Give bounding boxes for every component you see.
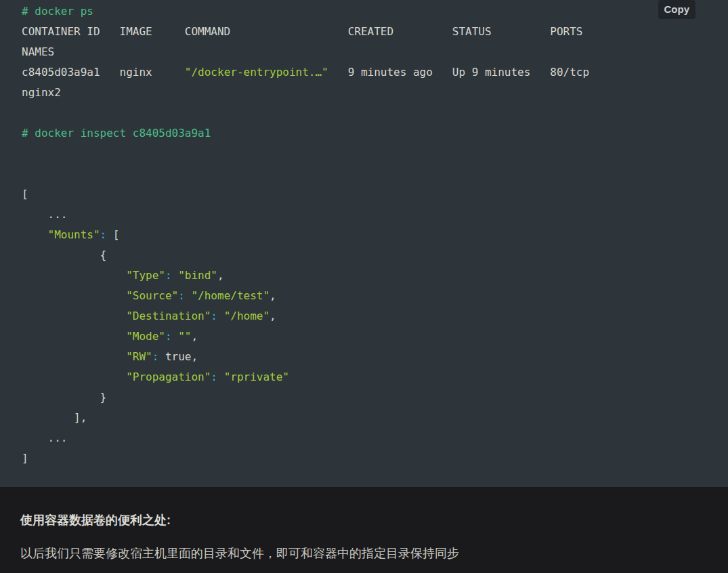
- code-line: # docker inspect c8405d03a9a1: [22, 127, 211, 140]
- code-token: {: [22, 249, 106, 261]
- code-token: ,: [270, 289, 276, 302]
- note-section: 使用容器数据卷的便利之处: 以后我们只需要修改宿主机里面的目录和文件，即可和容器…: [0, 487, 728, 573]
- code-token: :: [211, 370, 217, 383]
- code-token: "Mode": [126, 330, 165, 343]
- code-line: ],: [22, 411, 87, 424]
- code-token: :: [165, 269, 172, 282]
- code-token: :: [178, 289, 185, 302]
- code-token: # docker ps: [22, 5, 93, 18]
- code-token: "rprivate": [224, 370, 289, 383]
- code-line: "Mode": "",: [22, 330, 198, 343]
- code-line: NAMES: [22, 45, 54, 58]
- code-token: # docker inspect c8405d03a9a1: [22, 127, 211, 140]
- note-paragraph: 以后我们只需要修改宿主机里面的目录和文件，即可和容器中的指定目录保持同步: [20, 545, 708, 562]
- code-line: "Mounts": [: [22, 228, 120, 241]
- note-heading: 使用容器数据卷的便利之处:: [20, 511, 708, 529]
- code-line: "RW": true,: [22, 350, 198, 363]
- code-token: CONTAINER ID IMAGE COMMAND CREATED STATU…: [22, 25, 582, 38]
- code-token: nginx2: [22, 86, 61, 99]
- code-token: [22, 289, 126, 302]
- code-token: ],: [22, 411, 87, 424]
- code-line: "Destination": "/home",: [22, 310, 276, 322]
- code-token: "/docker-entrypoint.…": [185, 66, 328, 79]
- code-token: [217, 310, 224, 322]
- code-line: "Source": "/home/test",: [22, 289, 276, 302]
- code-token: "Mounts": [48, 228, 100, 241]
- code-line: }: [22, 391, 106, 404]
- code-token: [: [22, 188, 28, 200]
- code-token: true,: [158, 350, 198, 363]
- code-token: ]: [22, 452, 28, 465]
- code-token: c8405d03a9a1 nginx: [22, 66, 185, 79]
- code-line: "Type": "bind",: [22, 269, 224, 282]
- code-token: :: [165, 330, 172, 343]
- code-token: [172, 330, 179, 343]
- code-token: "": [178, 330, 191, 343]
- code-token: "bind": [178, 269, 217, 282]
- code-token: "/home": [224, 310, 270, 322]
- code-line: nginx2: [22, 86, 61, 99]
- code-token: "/home/test": [191, 289, 270, 302]
- code-line: ]: [22, 452, 28, 465]
- code-token: ,: [217, 269, 224, 282]
- code-token: [: [106, 228, 119, 241]
- code-token: [22, 330, 126, 343]
- code-token: [217, 370, 224, 383]
- code-token: [22, 370, 126, 383]
- code-token: "Propagation": [126, 370, 211, 383]
- code-line: c8405d03a9a1 nginx "/docker-entrypoint.……: [22, 66, 589, 79]
- code-token: "Destination": [126, 310, 211, 322]
- code-token: NAMES: [22, 45, 54, 58]
- code-token: [22, 269, 126, 282]
- code-token: "RW": [126, 350, 152, 363]
- code-token: :: [100, 228, 107, 241]
- code-block: Copy # docker ps CONTAINER ID IMAGE COMM…: [0, 0, 728, 487]
- code-token: ...: [22, 208, 67, 221]
- code-token: [172, 269, 179, 282]
- code-token: :: [211, 310, 217, 322]
- code-token: "Source": [126, 289, 178, 302]
- code-token: [22, 350, 126, 363]
- code-token: :: [152, 350, 159, 363]
- code-token: }: [22, 391, 106, 404]
- code-line: "Propagation": "rprivate": [22, 370, 289, 383]
- code-token: [22, 310, 126, 322]
- code-token: [22, 228, 48, 241]
- code-line: {: [22, 249, 106, 261]
- code-line: CONTAINER ID IMAGE COMMAND CREATED STATU…: [22, 25, 582, 38]
- code-token: ...: [22, 431, 67, 444]
- code-token: ,: [270, 310, 276, 322]
- code-line: [: [22, 188, 28, 200]
- code-token: "Type": [126, 269, 165, 282]
- code-line: ...: [22, 208, 67, 221]
- copy-button[interactable]: Copy: [658, 0, 696, 19]
- code-content: # docker ps CONTAINER ID IMAGE COMMAND C…: [0, 0, 728, 487]
- code-line: # docker ps: [22, 5, 93, 18]
- code-token: ,: [191, 330, 198, 343]
- code-line: ...: [22, 431, 67, 444]
- code-token: 9 minutes ago Up 9 minutes 80/tcp: [328, 66, 589, 79]
